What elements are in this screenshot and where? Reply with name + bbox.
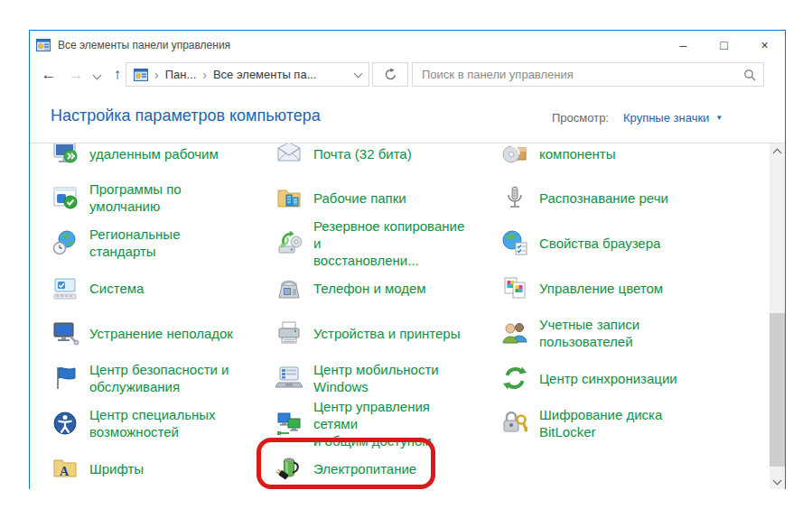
- item-label: Шифрование дискаBitLocker: [539, 406, 662, 440]
- refresh-icon: [384, 68, 397, 81]
- address-bar[interactable]: › Пан... › Все элементы па...: [126, 62, 369, 87]
- item-label: Центр специальныхвозможностей: [89, 406, 216, 440]
- control-panel-item-ease-of-access[interactable]: Центр специальныхвозможностей: [51, 401, 245, 446]
- user-accounts-icon: [500, 319, 529, 347]
- ease-of-access-icon: [51, 409, 79, 438]
- speech-recognition-icon: [500, 183, 529, 212]
- item-label: Устройства и принтеры: [313, 325, 460, 342]
- region-icon: [51, 228, 79, 257]
- control-panel-item-color-management[interactable]: Управление цветом: [500, 265, 726, 310]
- item-label: Система: [89, 280, 144, 297]
- svg-text:A: A: [60, 465, 70, 478]
- control-panel-icon: [36, 38, 51, 52]
- refresh-button[interactable]: [372, 62, 408, 87]
- maximize-icon[interactable]: □: [704, 31, 744, 59]
- scroll-down-icon[interactable]: [770, 474, 785, 489]
- item-label: Рабочие папки: [313, 190, 406, 207]
- header-band: Настройка параметров компьютера Просмотр…: [30, 91, 785, 143]
- internet-options-icon: [500, 228, 529, 257]
- item-label: Шрифты: [89, 460, 144, 477]
- breadcrumb-segment-panel[interactable]: Пан...: [165, 68, 197, 81]
- control-panel-item-internet-options[interactable]: Свойства браузера: [500, 220, 726, 265]
- search-icon[interactable]: [743, 69, 756, 81]
- color-management-icon: [500, 273, 529, 302]
- view-mode-dropdown[interactable]: Крупные значки: [623, 111, 709, 125]
- troubleshooting-icon: [51, 319, 79, 347]
- control-panel-item-remote-desktop[interactable]: удаленным рабочим: [51, 143, 245, 176]
- recent-pages-chevron-icon[interactable]: [89, 59, 104, 91]
- control-panel-item-work-folders[interactable]: Рабочие папки: [275, 175, 473, 220]
- item-label: Резервное копирование ивосстановлени...: [313, 217, 473, 269]
- items-grid: удаленным рабочимПочта (32 бита)компонен…: [30, 143, 770, 489]
- backup-restore-icon: [275, 228, 303, 257]
- security-maintenance-icon: [51, 364, 79, 393]
- navigation-bar: ← → ↑ › Пан... › Все элементы па...: [30, 59, 785, 91]
- item-label: Почта (32 бита): [313, 145, 412, 162]
- address-dropdown-chevron-icon[interactable]: [354, 69, 363, 78]
- view-dropdown-caret-icon[interactable]: ▼: [715, 114, 723, 122]
- default-programs-icon: [51, 183, 79, 212]
- scrollbar[interactable]: [770, 143, 785, 489]
- control-panel-item-devices-printers[interactable]: Устройства и принтеры: [275, 310, 473, 356]
- phone-modem-icon: [275, 273, 303, 302]
- control-panel-item-phone-modem[interactable]: Телефон и модем: [275, 265, 473, 310]
- scrollbar-thumb[interactable]: [770, 313, 785, 467]
- item-label: Электропитание: [313, 460, 416, 477]
- close-icon[interactable]: ×: [744, 31, 785, 59]
- item-label: Центр синхронизации: [539, 370, 677, 387]
- forward-icon: →: [64, 59, 88, 91]
- fonts-icon: A: [51, 454, 79, 483]
- work-folders-icon: [275, 183, 303, 212]
- control-panel-item-fonts[interactable]: AШрифты: [51, 446, 245, 489]
- control-panel-item-user-accounts[interactable]: Учетные записипользователей: [500, 310, 726, 356]
- mobility-center-icon: [275, 364, 303, 393]
- control-panel-item-sync-center[interactable]: Центр синхронизации: [500, 356, 726, 401]
- control-panel-item-network-sharing[interactable]: Центр управления сетямии общим доступом: [275, 401, 473, 446]
- control-panel-item-system[interactable]: Система: [51, 265, 245, 310]
- item-label: Региональные стандарты: [89, 226, 245, 260]
- view-label: Просмотр:: [552, 111, 609, 125]
- control-panel-item-mobility-center[interactable]: Центр мобильностиWindows: [275, 356, 473, 401]
- control-panel-item-programs-features[interactable]: компоненты: [500, 143, 726, 176]
- items-viewport: удаленным рабочимПочта (32 бита)компонен…: [30, 143, 785, 489]
- control-panel-item-backup-restore[interactable]: Резервное копирование ивосстановлени...: [275, 220, 473, 265]
- item-label: Центр безопасности иобслуживания: [89, 361, 229, 395]
- back-icon[interactable]: ←: [37, 59, 61, 91]
- system-icon: [51, 273, 79, 302]
- control-panel-item-security-maintenance[interactable]: Центр безопасности иобслуживания: [51, 356, 245, 401]
- item-label: Свойства браузера: [539, 235, 660, 252]
- item-label: Учетные записипользователей: [539, 316, 639, 350]
- control-panel-item-power-options[interactable]: Электропитание: [275, 446, 473, 489]
- devices-printers-icon: [275, 319, 303, 347]
- search-box[interactable]: [412, 62, 764, 87]
- item-label: Устранение неполадок: [89, 325, 233, 342]
- remote-desktop-icon: [51, 143, 79, 168]
- network-sharing-icon: [275, 409, 303, 438]
- window-title: Все элементы панели управления: [58, 39, 230, 51]
- item-label: Центр управления сетямии общим доступом: [313, 398, 473, 449]
- address-location-icon: [134, 68, 148, 82]
- control-panel-item-bitlocker[interactable]: Шифрование дискаBitLocker: [500, 401, 726, 446]
- item-label: Управление цветом: [539, 280, 663, 297]
- control-panel-item-mail[interactable]: Почта (32 бита): [275, 143, 473, 176]
- programs-features-icon: [500, 143, 529, 168]
- breadcrumb-segment-all-items[interactable]: Все элементы па...: [213, 68, 317, 81]
- titlebar: Все элементы панели управления – □ ×: [30, 31, 785, 59]
- item-label: Программы поумолчанию: [89, 180, 182, 215]
- search-input[interactable]: [420, 67, 743, 82]
- minimize-icon[interactable]: –: [663, 31, 704, 59]
- mail-icon: [275, 143, 303, 168]
- item-label: компоненты: [539, 145, 615, 162]
- item-label: Центр мобильностиWindows: [313, 361, 439, 395]
- control-panel-item-region[interactable]: Региональные стандарты: [51, 220, 245, 265]
- item-label: Распознавание речи: [539, 190, 668, 207]
- sync-center-icon: [500, 364, 529, 393]
- breadcrumb-separator: ›: [154, 68, 159, 82]
- control-panel-item-default-programs[interactable]: Программы поумолчанию: [51, 175, 245, 220]
- breadcrumb-separator: ›: [202, 68, 207, 82]
- control-panel-item-troubleshooting[interactable]: Устранение неполадок: [51, 310, 245, 356]
- page-title: Настройка параметров компьютера: [51, 106, 321, 125]
- power-options-icon: [275, 454, 303, 483]
- control-panel-item-speech-recognition[interactable]: Распознавание речи: [500, 175, 726, 220]
- scroll-up-icon[interactable]: [770, 143, 785, 159]
